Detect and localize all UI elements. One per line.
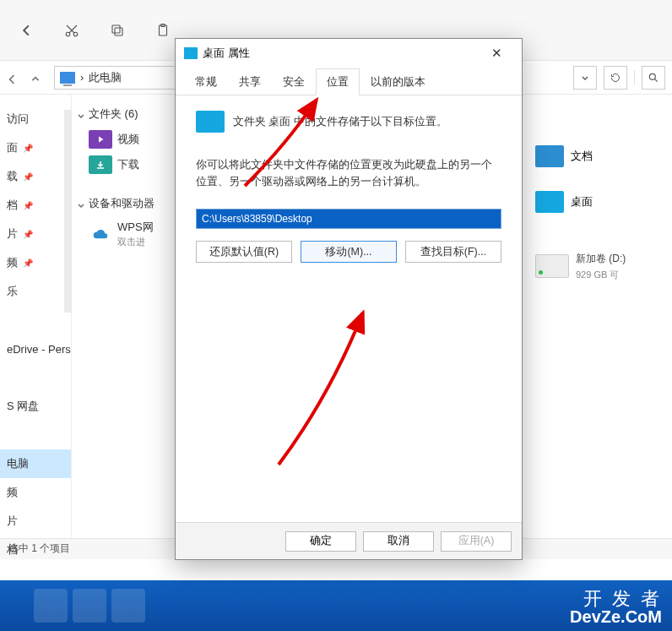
breadcrumb-chevron: › xyxy=(80,71,84,84)
breadcrumb-label: 此电脑 xyxy=(89,70,122,85)
pin-icon: 📌 xyxy=(23,201,33,210)
folder-item-documents[interactable]: 文档 xyxy=(528,145,672,167)
tree-label: 下载 xyxy=(117,157,139,172)
taskbar-app[interactable] xyxy=(34,589,68,623)
tab-位置[interactable]: 位置 xyxy=(316,68,360,95)
documents-folder-icon xyxy=(535,145,564,167)
tree-label: WPS网 xyxy=(117,220,154,233)
tree-item-downloads[interactable]: 下载 xyxy=(77,152,173,177)
nav-item[interactable]: eDrive - Pers xyxy=(0,335,71,363)
tab-以前的版本[interactable]: 以前的版本 xyxy=(360,68,436,95)
restore-default-button[interactable]: 还原默认值(R) xyxy=(196,241,292,263)
this-pc-icon xyxy=(60,72,75,84)
paste-icon[interactable] xyxy=(154,21,172,40)
nav-item[interactable]: 频 xyxy=(0,478,71,507)
nav-item[interactable] xyxy=(0,421,71,449)
status-text: 选中 1 个项目 xyxy=(8,542,70,554)
nav-item[interactable]: 片 xyxy=(0,507,71,536)
search-button[interactable] xyxy=(642,66,665,90)
chevron-down-icon xyxy=(77,110,85,118)
nav-label: 电脑 xyxy=(7,456,29,471)
nav-item[interactable]: 面📌 xyxy=(0,133,71,162)
tree-item-wps[interactable]: WPS网 双击进 xyxy=(77,216,173,252)
nav-item[interactable]: S 网盘 xyxy=(0,392,71,421)
pin-icon: 📌 xyxy=(23,144,33,153)
nav-item[interactable]: 载📌 xyxy=(0,162,71,191)
tab-常规[interactable]: 常规 xyxy=(184,68,228,95)
drive-icon xyxy=(535,254,569,278)
svg-rect-2 xyxy=(115,28,122,35)
chevron-down-icon xyxy=(77,199,85,208)
cancel-button[interactable]: 取消 xyxy=(363,531,434,552)
nav-item[interactable] xyxy=(0,306,71,335)
ok-button[interactable]: 确定 xyxy=(285,531,356,552)
nav-scrollbar[interactable] xyxy=(64,110,72,313)
watermark-line1: 开 发 者 xyxy=(570,589,662,608)
move-button[interactable]: 移动(M)... xyxy=(301,241,397,263)
copy-icon[interactable] xyxy=(108,21,127,40)
folders-group-header[interactable]: 文件夹 (6) xyxy=(77,106,173,122)
refresh-button[interactable] xyxy=(604,66,627,90)
description-text: 你可以将此文件夹中文件存储的位置更改为此硬盘上的另一个位置、另一个驱动器或网络上… xyxy=(196,156,501,190)
dialog-icon xyxy=(184,47,198,59)
pin-icon: 📌 xyxy=(23,230,33,239)
close-button[interactable]: ✕ xyxy=(480,41,513,65)
devices-group-header[interactable]: 设备和驱动器 xyxy=(77,196,173,211)
nav-item[interactable]: 电脑 xyxy=(0,449,71,478)
nav-back-icon[interactable] xyxy=(7,73,17,83)
dialog-tabs: 常规共享安全位置以前的版本 xyxy=(176,68,522,95)
taskbar-area: 开 发 者 DevZe.CoM xyxy=(0,559,672,631)
nav-item[interactable]: 乐 xyxy=(0,277,71,306)
find-target-button[interactable]: 查找目标(F)... xyxy=(405,241,501,263)
properties-dialog: 桌面 属性 ✕ 常规共享安全位置以前的版本 文件夹 桌面 中的文件存储于以下目标… xyxy=(175,38,523,560)
path-input[interactable] xyxy=(196,209,501,229)
nav-label: 频 xyxy=(7,255,18,270)
nav-label: eDrive - Pers xyxy=(7,343,71,356)
dialog-title: 桌面 属性 xyxy=(203,46,250,61)
dropdown-button[interactable] xyxy=(573,66,597,90)
nav-item[interactable] xyxy=(0,363,71,392)
nav-item[interactable]: 访问 xyxy=(0,105,71,133)
info-text: 文件夹 桌面 中的文件存储于以下目标位置。 xyxy=(233,115,447,129)
folder-item-desktop[interactable]: 桌面 xyxy=(528,191,672,213)
nav-item[interactable]: 档📌 xyxy=(0,191,71,220)
tab-安全[interactable]: 安全 xyxy=(272,68,316,95)
nav-label: 面 xyxy=(7,140,18,155)
svg-rect-3 xyxy=(112,25,120,33)
nav-item[interactable]: 片📌 xyxy=(0,220,71,248)
nav-label: 片 xyxy=(7,514,18,529)
video-folder-icon xyxy=(89,130,112,149)
folder-icon xyxy=(196,111,225,133)
tree-item-video[interactable]: 视频 xyxy=(77,127,173,152)
svg-point-6 xyxy=(649,73,655,79)
pin-icon: 📌 xyxy=(23,258,33,268)
tree-sublabel: 双击进 xyxy=(117,237,145,247)
cloud-icon xyxy=(89,225,112,243)
taskbar-app[interactable] xyxy=(73,589,106,623)
nav-up-icon[interactable] xyxy=(30,73,41,83)
dialog-body: 文件夹 桌面 中的文件存储于以下目标位置。 你可以将此文件夹中文件存储的位置更改… xyxy=(176,95,522,263)
tree-label: 视频 xyxy=(117,132,139,147)
nav-pane[interactable]: 访问面📌载📌档📌片📌频📌乐eDrive - PersS 网盘电脑频片档载 xyxy=(0,95,72,538)
nav-label: 片 xyxy=(7,226,18,242)
nav-label: 档 xyxy=(7,198,18,213)
folders-header-label: 文件夹 (6) xyxy=(89,106,138,122)
item-label: 桌面 xyxy=(571,194,593,209)
tab-共享[interactable]: 共享 xyxy=(228,68,272,95)
dialog-footer: 确定 取消 应用(A) xyxy=(176,522,522,559)
nav-item[interactable]: 频📌 xyxy=(0,248,71,277)
cut-icon[interactable] xyxy=(62,21,81,40)
desktop-folder-icon xyxy=(535,191,564,213)
taskbar-app[interactable] xyxy=(111,589,145,623)
nav-label: S 网盘 xyxy=(7,399,39,414)
drive-sublabel: 929 GB 可 xyxy=(576,269,619,280)
drive-item[interactable]: 新加卷 (D:) 929 GB 可 xyxy=(528,250,672,281)
devices-header-label: 设备和驱动器 xyxy=(89,196,154,211)
folder-tree: 文件夹 (6) 视频 下载 设备和驱动器 WPS网 双击进 xyxy=(72,95,173,538)
back-icon[interactable] xyxy=(17,21,35,40)
dialog-titlebar[interactable]: 桌面 属性 ✕ xyxy=(176,39,522,68)
pin-icon: 📌 xyxy=(23,172,33,182)
nav-label: 乐 xyxy=(7,284,18,299)
apply-button[interactable]: 应用(A) xyxy=(441,531,512,552)
separator xyxy=(634,70,635,85)
